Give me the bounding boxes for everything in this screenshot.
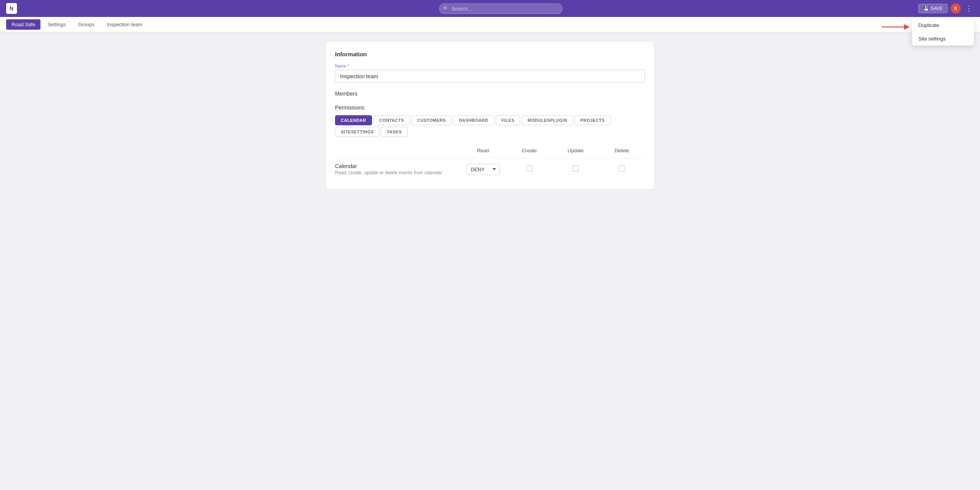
perm-read-select[interactable]: DENY ALLOW bbox=[466, 164, 500, 175]
perm-tab-modulesplugin[interactable]: MODULESPLUGIN bbox=[522, 115, 573, 125]
perm-tab-contacts[interactable]: CONTACTS bbox=[374, 115, 410, 125]
sub-nav-inspection-team[interactable]: Inspection team bbox=[101, 19, 148, 30]
save-icon: 💾 bbox=[923, 6, 929, 11]
header-right: 💾 SAVE R ⋮ bbox=[918, 3, 974, 13]
perm-read-col: DENY ALLOW bbox=[460, 164, 506, 175]
perm-name: Calendar bbox=[335, 163, 460, 169]
perm-header-create: Create bbox=[506, 148, 552, 153]
perm-delete-col bbox=[599, 165, 645, 173]
avatar: R bbox=[951, 3, 961, 13]
perm-delete-checkbox[interactable] bbox=[619, 165, 625, 172]
permission-table: Read Create Update Delete Calendar Read,… bbox=[335, 145, 645, 180]
save-button[interactable]: 💾 SAVE bbox=[918, 4, 948, 13]
perm-header-read: Read bbox=[460, 148, 506, 153]
perm-desc: Read, create, update or delete events fr… bbox=[335, 170, 460, 175]
perm-tab-files[interactable]: FILES bbox=[496, 115, 520, 125]
sub-nav: Road Safe Settings Groups Inspection tea… bbox=[0, 17, 980, 32]
section-information-title: Information bbox=[335, 51, 645, 57]
search-container: 🔍 bbox=[439, 3, 562, 14]
perm-tab-tasks[interactable]: TASKS bbox=[381, 127, 407, 137]
perm-create-checkbox[interactable] bbox=[526, 165, 532, 172]
arrow-indicator bbox=[882, 19, 913, 36]
permissions-section: Permissions CALENDAR CONTACTS CUSTOMERS … bbox=[335, 104, 645, 180]
perm-name-col: Calendar Read, create, update or delete … bbox=[335, 163, 460, 175]
perm-tab-calendar[interactable]: CALENDAR bbox=[335, 115, 372, 125]
table-row: Calendar Read, create, update or delete … bbox=[335, 158, 645, 180]
perm-update-col bbox=[552, 165, 599, 173]
members-section: Members bbox=[335, 91, 645, 97]
sub-nav-roadsafe[interactable]: Road Safe bbox=[6, 19, 40, 30]
permission-tabs: CALENDAR CONTACTS CUSTOMERS DASHBOARD FI… bbox=[335, 115, 645, 137]
arrow-svg bbox=[882, 19, 913, 35]
members-label: Members bbox=[335, 91, 645, 97]
permissions-label: Permissions bbox=[335, 104, 645, 111]
search-icon: 🔍 bbox=[443, 6, 449, 12]
perm-table-header: Read Create Update Delete bbox=[335, 145, 645, 157]
sub-nav-settings[interactable]: Settings bbox=[42, 19, 71, 30]
sub-nav-groups[interactable]: Groups bbox=[72, 19, 100, 30]
dropdown-site-settings[interactable]: Site settings bbox=[912, 32, 974, 45]
perm-tab-customers[interactable]: CUSTOMERS bbox=[411, 115, 452, 125]
main-card: Information Name * Members Permissions C… bbox=[326, 42, 654, 189]
search-input[interactable] bbox=[439, 3, 562, 14]
perm-tab-sitesettings[interactable]: SITESETTINGS bbox=[335, 127, 379, 137]
dropdown-menu: Duplicate Site settings bbox=[912, 19, 974, 45]
more-menu-button[interactable]: ⋮ bbox=[964, 4, 974, 13]
required-star: * bbox=[347, 64, 349, 68]
perm-tab-dashboard[interactable]: DASHBOARD bbox=[453, 115, 494, 125]
name-input[interactable] bbox=[335, 70, 645, 83]
dropdown-duplicate[interactable]: Duplicate bbox=[912, 19, 974, 32]
logo: N bbox=[6, 3, 17, 14]
perm-tab-projects[interactable]: PROJECTS bbox=[574, 115, 610, 125]
main-content: Information Name * Members Permissions C… bbox=[317, 32, 663, 199]
perm-header-update: Update bbox=[552, 148, 599, 153]
perm-create-col bbox=[506, 165, 552, 173]
perm-header-delete: Delete bbox=[599, 148, 645, 153]
name-field-group: Name * bbox=[335, 64, 645, 83]
header: N 🔍 💾 SAVE R ⋮ bbox=[0, 0, 980, 17]
perm-update-checkbox[interactable] bbox=[573, 165, 579, 172]
name-label: Name * bbox=[335, 64, 645, 68]
